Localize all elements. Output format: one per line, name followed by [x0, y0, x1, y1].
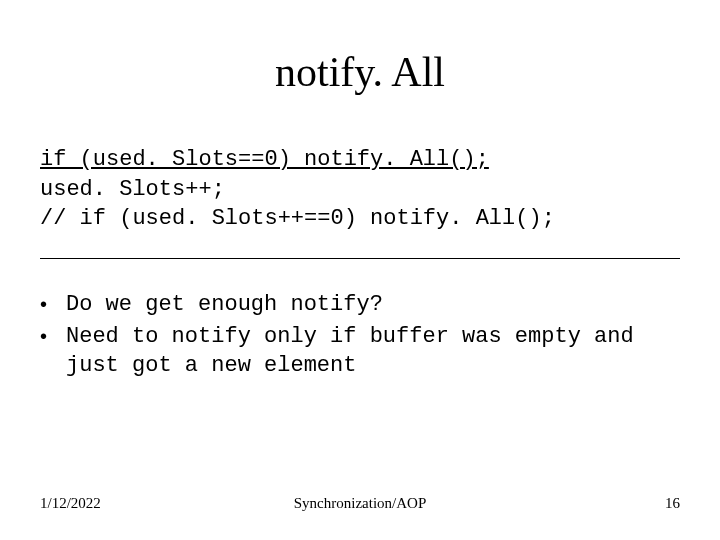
slide-title: notify. All: [0, 48, 720, 96]
code-line-1: if (used. Slots==0) notify. All();: [40, 145, 680, 175]
bullet-item: • Do we get enough notify?: [40, 290, 690, 320]
footer-date: 1/12/2022: [40, 495, 101, 512]
bullet-item: • Need to notify only if buffer was empt…: [40, 322, 690, 381]
footer: 1/12/2022 Synchronization/AOP 16: [40, 495, 680, 512]
bullet-list: • Do we get enough notify? • Need to not…: [40, 290, 690, 383]
footer-page-number: 16: [665, 495, 680, 512]
bullet-dot-icon: •: [40, 322, 66, 350]
code-line-2: used. Slots++;: [40, 175, 680, 205]
footer-topic: Synchronization/AOP: [40, 495, 680, 512]
bullet-text: Do we get enough notify?: [66, 290, 690, 320]
slide: notify. All if (used. Slots==0) notify. …: [0, 0, 720, 540]
code-block: if (used. Slots==0) notify. All(); used.…: [40, 145, 680, 259]
bullet-dot-icon: •: [40, 290, 66, 318]
code-line-3: // if (used. Slots++==0) notify. All();: [40, 204, 680, 234]
bullet-text: Need to notify only if buffer was empty …: [66, 322, 690, 381]
